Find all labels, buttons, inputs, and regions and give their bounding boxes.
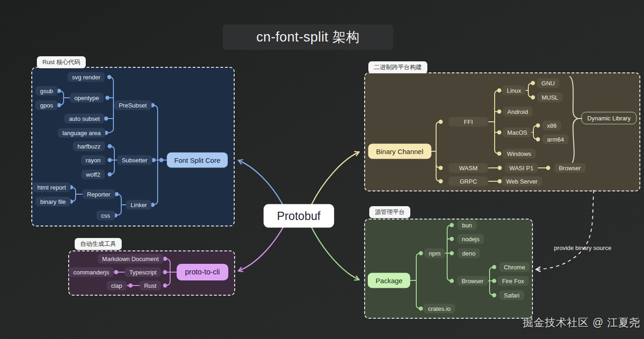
node-x86: x86 bbox=[543, 121, 561, 131]
provide-binary-source-arrow bbox=[537, 190, 594, 269]
node-nodejs: nodejs bbox=[457, 234, 484, 244]
node-wasi-p1: WASI P1 bbox=[505, 163, 538, 173]
source-group-tab: 源管理平台 bbox=[369, 206, 410, 218]
node-gnu: GNU bbox=[537, 78, 560, 88]
node-svg-render: svg render bbox=[67, 72, 105, 82]
node-web-server: Web Server bbox=[502, 177, 542, 186]
node-browser-wasm: Browser bbox=[554, 163, 585, 173]
node-css: css bbox=[96, 211, 115, 220]
node-deno: deno bbox=[458, 249, 480, 258]
node-linux: Linux bbox=[502, 86, 526, 95]
node-macos: MacOS bbox=[502, 128, 532, 137]
node-subsetter: Subsetter bbox=[117, 155, 152, 165]
node-harfbuzz: harfbuzz bbox=[73, 142, 105, 151]
node-firefox: Fire Fox bbox=[497, 276, 529, 286]
node-android: Android bbox=[503, 107, 533, 117]
node-gsub: gsub bbox=[35, 86, 58, 96]
node-opentype: opentype bbox=[70, 93, 104, 103]
node-binary-file: binary file bbox=[35, 197, 71, 207]
node-safari: Safari bbox=[499, 291, 524, 300]
dynamic-library-brace bbox=[570, 77, 582, 162]
node-npm: npm bbox=[424, 249, 445, 258]
autogen-group-tab: 自动生成工具 bbox=[75, 238, 122, 250]
node-rust-lang: Rust bbox=[140, 281, 161, 291]
node-typescript: Typescript bbox=[124, 268, 161, 277]
node-gpos: gpos bbox=[35, 101, 58, 110]
node-woff2: woff2 bbox=[82, 170, 105, 179]
node-commanderjs: commanderjs bbox=[69, 268, 114, 277]
arrow-to-binary-channel bbox=[312, 152, 359, 204]
node-linker: Linker bbox=[126, 200, 151, 210]
arrow-to-package bbox=[312, 227, 359, 280]
node-html-report: html report bbox=[33, 183, 71, 192]
node-bun: bun bbox=[457, 220, 477, 230]
rust-group-tab: Rust 核心代码 bbox=[37, 56, 86, 68]
node-package: Package bbox=[368, 273, 410, 288]
node-auto-subset: auto subset bbox=[64, 114, 104, 124]
node-windows: Windows bbox=[502, 149, 536, 159]
node-browser-js: Browser bbox=[457, 276, 488, 286]
diagram-canvas: cn-font-split 架构 Rust 核心代码 二进制跨平台构建 自动生成… bbox=[0, 0, 644, 339]
node-crates-io: crates.io bbox=[423, 304, 455, 314]
node-protobuf: Protobuf bbox=[264, 204, 334, 228]
binary-group-tab: 二进制跨平台构建 bbox=[368, 61, 427, 73]
watermark: 掘金技术社区 @ 江夏尧 bbox=[523, 315, 640, 330]
node-arm64: arm64 bbox=[543, 135, 569, 144]
provide-binary-source-label: provide binary source bbox=[554, 244, 611, 251]
node-markdown-document: Markdown Document bbox=[98, 254, 164, 264]
node-ffi: FFI bbox=[449, 117, 488, 127]
node-musl: MUSL bbox=[537, 93, 563, 102]
node-binary-channel: Binary Channel bbox=[368, 144, 431, 159]
node-clap: clap bbox=[106, 281, 127, 291]
node-reporter: Reporter bbox=[83, 190, 115, 199]
node-wasm: WASM bbox=[449, 163, 488, 173]
node-proto-to-cli: proto-to-cli bbox=[177, 264, 228, 280]
node-chrome: Chrome bbox=[499, 262, 530, 272]
node-font-split-core: Font Split Core bbox=[167, 153, 228, 168]
node-dynamic-library: Dynamic Library bbox=[581, 112, 637, 125]
node-presubset: PreSubset bbox=[114, 101, 152, 110]
arrow-to-proto-to-cli bbox=[239, 227, 283, 271]
node-grpc: GRPC bbox=[449, 177, 488, 186]
node-rayon: rayon bbox=[81, 155, 106, 165]
node-language-area: language area bbox=[58, 128, 105, 138]
arrow-to-font-split-core bbox=[239, 161, 283, 204]
